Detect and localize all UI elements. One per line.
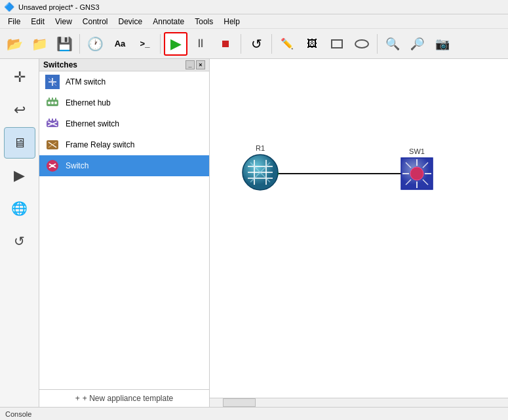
menu-bar: File Edit View Control Device Annotate T… <box>0 14 508 29</box>
sw1-node[interactable]: SW1 <box>400 147 434 193</box>
console-text-icon: Aa <box>115 39 126 48</box>
svg-rect-10 <box>55 98 56 100</box>
device-item-atm-switch[interactable]: ATM switch <box>39 71 209 92</box>
rect-icon <box>331 39 343 48</box>
ethernet-hub-icon <box>45 95 60 111</box>
ellipse-icon <box>355 39 369 48</box>
open-folder-icon: 📂 <box>7 36 23 52</box>
reload-icon: ↺ <box>251 36 262 52</box>
zoom-in-button[interactable]: 🔍 <box>381 32 404 56</box>
canvas-hscrollbar[interactable] <box>210 398 508 407</box>
atm-switch-icon <box>45 74 60 90</box>
r1-node[interactable]: R1 <box>241 144 279 193</box>
menu-help[interactable]: Help <box>218 16 245 28</box>
image-button[interactable]: 🖼 <box>300 32 324 56</box>
panel-close-button[interactable]: × <box>196 60 205 69</box>
menu-annotate[interactable]: Annotate <box>147 16 189 28</box>
terminal-icon: >_ <box>140 39 150 48</box>
play-icon: ▶ <box>170 35 182 52</box>
console-label: Console <box>5 410 31 418</box>
menu-device[interactable]: Device <box>113 16 148 28</box>
svg-point-33 <box>410 167 423 180</box>
app-icon: 🔷 <box>4 2 14 12</box>
screenshot-button[interactable]: 📷 <box>431 32 454 56</box>
menu-view[interactable]: View <box>50 16 77 28</box>
new-appliance-label: + New appliance template <box>83 394 173 403</box>
new-appliance-button[interactable]: + + New appliance template <box>39 389 209 407</box>
console-text-button[interactable]: Aa <box>108 32 132 56</box>
zoom-out-icon: 🔍 <box>410 37 425 51</box>
network-icon: 🌐 <box>11 200 28 216</box>
device-panel: Switches _ × <box>39 59 210 407</box>
svg-rect-9 <box>52 98 53 100</box>
sw1-label: SW1 <box>409 147 425 155</box>
sw1-icon <box>400 157 434 191</box>
monitor-button[interactable]: 🖥 <box>4 127 35 159</box>
ethernet-switch-label: Ethernet switch <box>66 119 119 128</box>
ethernet-hub-label: Ethernet hub <box>66 98 111 107</box>
svg-rect-16 <box>55 119 56 121</box>
open-folder-button[interactable]: 📂 <box>3 32 26 56</box>
window-title: Unsaved project* - GNS3 <box>18 3 100 11</box>
image-icon: 🖼 <box>307 38 317 50</box>
sep3 <box>241 34 241 54</box>
connection-layer <box>210 59 508 398</box>
reload-button[interactable]: ↺ <box>244 32 268 56</box>
rect-button[interactable] <box>325 32 349 56</box>
save-icon: 💾 <box>56 36 73 52</box>
panel-header-controls: _ × <box>186 60 205 69</box>
device-item-ethernet-switch[interactable]: Ethernet switch <box>39 113 209 134</box>
device-list: ATM switch <box>39 71 209 389</box>
play-button[interactable]: ▶ <box>164 32 187 56</box>
stop-button[interactable]: ⏹ <box>214 32 237 56</box>
device-item-frame-relay-switch[interactable]: Frame Relay switch <box>39 134 209 155</box>
svg-rect-14 <box>49 119 50 121</box>
canvas-area[interactable]: R1 <box>210 59 508 398</box>
loop-icon: ↺ <box>14 233 25 249</box>
save-button[interactable]: 💾 <box>52 32 76 56</box>
stop-icon: ⏹ <box>220 38 231 50</box>
loop-button[interactable]: ↺ <box>4 225 35 257</box>
history-button[interactable]: 🕐 <box>83 32 107 56</box>
panel-header: Switches _ × <box>39 59 209 71</box>
device-item-ethernet-hub[interactable]: Ethernet hub <box>39 92 209 113</box>
switch-label: Switch <box>66 161 88 170</box>
ellipse-button[interactable] <box>350 32 374 56</box>
menu-tools[interactable]: Tools <box>189 16 218 28</box>
open-file-button[interactable]: 📁 <box>28 32 51 56</box>
network-button[interactable]: 🌐 <box>4 193 35 224</box>
svg-rect-15 <box>52 119 53 121</box>
panel-minimize-button[interactable]: _ <box>186 60 195 69</box>
sep1 <box>79 34 80 54</box>
back-icon: ↩ <box>14 102 26 119</box>
play-circle-button[interactable]: ▶ <box>4 160 35 191</box>
open-file-icon: 📁 <box>31 36 48 52</box>
menu-edit[interactable]: Edit <box>26 16 50 28</box>
terminal-button[interactable]: >_ <box>133 32 157 56</box>
panel-title: Switches <box>43 60 77 69</box>
navigate-button[interactable]: ✛ <box>4 62 35 93</box>
icon-sidebar: ✛ ↩ 🖥 ▶ 🌐 ↺ <box>0 59 39 407</box>
content-area: ✛ ↩ 🖥 ▶ 🌐 ↺ Switches _ <box>0 59 508 407</box>
pause-button[interactable]: ⏸ <box>189 32 212 56</box>
edit-node-button[interactable]: ✏️ <box>275 32 299 56</box>
screenshot-icon: 📷 <box>435 37 450 51</box>
atm-switch-label: ATM switch <box>66 77 106 86</box>
frame-relay-switch-label: Frame Relay switch <box>66 140 134 149</box>
svg-point-23 <box>51 164 54 167</box>
svg-rect-8 <box>49 98 50 100</box>
zoom-in-icon: 🔍 <box>385 37 400 51</box>
menu-file[interactable]: File <box>3 16 26 28</box>
canvas-wrapper: R1 <box>210 59 508 407</box>
svg-point-5 <box>48 102 50 104</box>
device-item-switch[interactable]: Switch <box>39 155 209 176</box>
back-button[interactable]: ↩ <box>4 94 35 126</box>
play-circle-icon: ▶ <box>14 167 25 184</box>
sep4 <box>271 34 272 54</box>
title-bar: 🔷 Unsaved project* - GNS3 <box>0 0 508 14</box>
zoom-out-button[interactable]: 🔍 <box>406 32 429 56</box>
menu-control[interactable]: Control <box>77 16 113 28</box>
switch-icon <box>45 158 60 174</box>
sep5 <box>377 34 378 54</box>
frame-relay-switch-icon <box>45 137 60 153</box>
